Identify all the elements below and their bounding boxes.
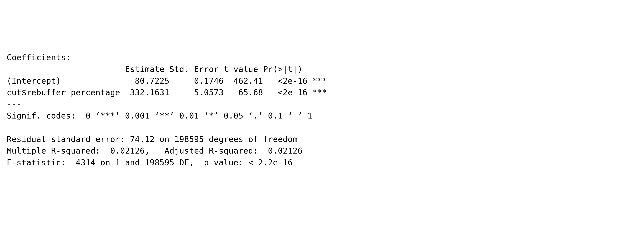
coefficients-title: Coefficients: xyxy=(7,53,71,62)
f-statistic-line: F-statistic: 4314 on 1 and 198595 DF, p-… xyxy=(7,158,293,167)
significance-codes: Signif. codes: 0 ‘***’ 0.001 ‘**’ 0.01 ‘… xyxy=(7,111,312,120)
column-headers: Estimate Std. Error t value Pr(>|t|) xyxy=(7,64,302,74)
divider-line: --- xyxy=(7,100,22,109)
residual-standard-error: Residual standard error: 74.12 on 198595… xyxy=(7,134,298,144)
coefficient-row-rebuffer: cut$rebuffer_percentage -332.1631 5.0573… xyxy=(7,88,327,97)
coefficient-row-intercept: (Intercept) 80.7225 0.1746 462.41 <2e-16… xyxy=(7,76,327,86)
r-summary-output: Coefficients: Estimate Std. Error t valu… xyxy=(7,52,637,168)
r-squared-line: Multiple R-squared: 0.02126, Adjusted R-… xyxy=(7,146,302,156)
